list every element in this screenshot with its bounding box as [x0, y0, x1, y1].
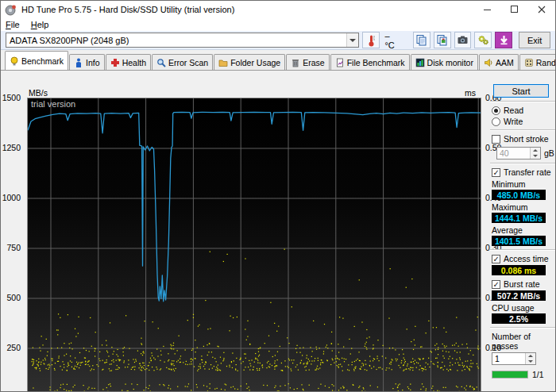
separator [490, 129, 555, 131]
drive-select-value: ADATA SX8200PNP (2048 gB) [6, 36, 346, 45]
save-image-icon[interactable] [434, 32, 451, 48]
tab-benchmark[interactable]: Benchmark [5, 51, 68, 71]
copy-screenshot-icon[interactable] [413, 32, 431, 48]
left-tick-500: 500 [1, 293, 24, 302]
access-time-label: Access time [504, 254, 549, 263]
transfer-rate-row[interactable]: Transfer rate [492, 167, 556, 177]
tab-folder-usage[interactable]: Folder Usage [214, 54, 285, 71]
read-radio-row[interactable]: Read [492, 106, 556, 115]
short-stroke-size-stepper[interactable]: 40 [496, 147, 541, 159]
stepper-down-icon[interactable] [531, 153, 540, 159]
tab-health[interactable]: Health [106, 54, 151, 71]
passes-value: 1 [492, 353, 525, 364]
separator [490, 101, 555, 102]
read-radio[interactable] [492, 106, 500, 115]
short-stroke-unit: gB [544, 148, 554, 158]
tab-disk-monitor[interactable]: Disk monitor [411, 54, 478, 71]
pass-progress-label: 1/1 [532, 370, 544, 379]
short-stroke-size-row: 40 gB [492, 147, 556, 159]
tab-erase[interactable]: Erase [286, 54, 329, 71]
burst-rate-value: 507.2 MB/s [492, 290, 546, 301]
app-icon [5, 4, 17, 16]
separator [490, 163, 555, 164]
burst-rate-label: Burst rate [504, 279, 540, 289]
benchmark-options-panel: Start Read Write Short stroke 40 gB [487, 71, 556, 392]
left-axis-unit: MB/s [29, 88, 48, 98]
tab-label: Erase [303, 58, 324, 67]
stepper-down-icon[interactable] [526, 359, 535, 364]
separator [490, 249, 555, 251]
minimum-value: 485.0 MB/s [492, 190, 546, 200]
left-tick-250: 250 [1, 343, 24, 352]
info-icon [74, 58, 83, 67]
folder-usage-icon [218, 58, 228, 67]
error-scan-icon [156, 58, 166, 67]
drive-select[interactable]: ADATA SX8200PNP (2048 gB) [6, 33, 359, 48]
short-stroke-row[interactable]: Short stroke [492, 134, 556, 144]
tab-label: Benchmark [21, 56, 64, 66]
disk-monitor-icon [415, 58, 425, 67]
chart-canvas [28, 98, 481, 392]
tabbar: BenchmarkInfoHealthError ScanFolder Usag… [1, 50, 555, 71]
maximum-label: Maximum [492, 202, 556, 212]
burst-rate-row[interactable]: Burst rate [492, 279, 556, 289]
maximum-value: 1444.1 MB/s [492, 213, 546, 223]
progress-row: 1/1 [492, 370, 556, 379]
toolbar: ADATA SX8200PNP (2048 gB) – °C Exit [1, 31, 555, 50]
thermometer-icon[interactable] [362, 32, 380, 48]
benchmark-icon [10, 56, 19, 66]
start-button[interactable]: Start [493, 84, 549, 98]
passes-label: Number of passes [492, 332, 556, 351]
benchmark-chart: trial version [27, 98, 481, 392]
tab-label: AAM [496, 58, 514, 67]
write-radio-row[interactable]: Write [492, 117, 556, 126]
camera-icon[interactable] [454, 32, 472, 48]
transfer-rate-label: Transfer rate [504, 167, 551, 177]
access-time-value: 0.086 ms [492, 265, 546, 275]
exit-button[interactable]: Exit [519, 32, 550, 48]
erase-icon [291, 58, 300, 67]
tab-label: Info [86, 58, 100, 67]
tab-label: Disk monitor [427, 58, 473, 67]
trial-watermark: trial version [31, 99, 75, 109]
left-tick-750: 750 [1, 243, 24, 252]
access-time-row[interactable]: Access time [492, 254, 556, 263]
menu-help[interactable]: Help [31, 20, 49, 29]
aam-icon [484, 58, 493, 67]
tab-label: Error Scan [168, 58, 208, 67]
left-tick-1250: 1250 [1, 143, 24, 152]
close-button[interactable] [528, 1, 555, 18]
window-controls [474, 1, 555, 18]
write-radio[interactable] [492, 117, 500, 126]
temperature-value: – °C [384, 31, 401, 50]
menubar: FileHelp [1, 18, 555, 31]
minimize-button[interactable] [474, 1, 501, 18]
average-value: 1401.5 MB/s [492, 236, 546, 246]
update-download-icon[interactable] [495, 32, 512, 48]
tab-random-access[interactable]: Random Access [519, 54, 555, 71]
maximize-button[interactable] [501, 1, 528, 18]
short-stroke-checkbox[interactable] [492, 135, 500, 144]
stepper-up-icon[interactable] [526, 353, 535, 359]
transfer-rate-checkbox[interactable] [492, 168, 500, 177]
tab-aam[interactable]: AAM [479, 54, 519, 71]
titlebar: HD Tune Pro 5.75 - Hard Disk/SSD Utility… [1, 1, 555, 18]
minimum-label: Minimum [492, 179, 556, 189]
access-time-checkbox[interactable] [492, 255, 500, 263]
app-window: HD Tune Pro 5.75 - Hard Disk/SSD Utility… [0, 0, 556, 392]
tab-info[interactable]: Info [69, 54, 105, 71]
write-radio-label: Write [504, 117, 523, 126]
cpu-usage-value: 2.5% [492, 313, 546, 324]
chevron-down-icon[interactable] [346, 33, 358, 47]
tab-file-benchmark[interactable]: File Benchmark [330, 54, 410, 71]
stepper-up-icon[interactable] [531, 148, 540, 153]
health-icon [110, 58, 120, 67]
menu-file[interactable]: File [6, 20, 20, 29]
passes-stepper[interactable]: 1 [492, 352, 536, 365]
gears-icon[interactable] [474, 32, 492, 48]
burst-rate-checkbox[interactable] [492, 280, 500, 289]
tab-error-scan[interactable]: Error Scan [152, 54, 213, 71]
cpu-usage-label: CPU usage [492, 303, 556, 313]
left-tick-1500: 1500 [1, 93, 24, 102]
tab-label: File Benchmark [347, 58, 405, 67]
